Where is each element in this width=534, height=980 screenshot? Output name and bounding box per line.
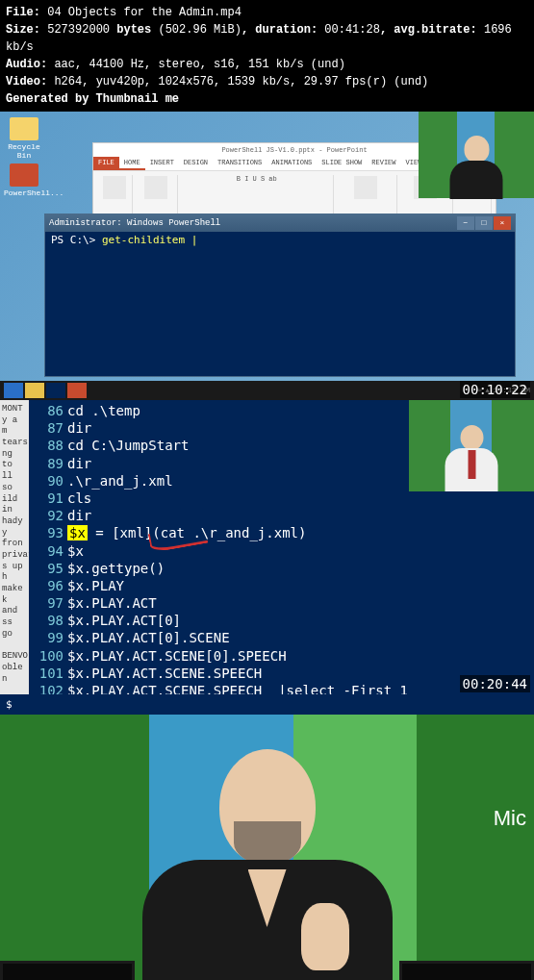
thumbnail-1: Recycle Bin PowerShell... PowerShell JS-… [0,112,534,400]
taskbar-powershell-icon[interactable] [46,383,65,398]
audio-value: aac, 44100 Hz, stereo, s16, 151 kb/s (un… [54,58,344,71]
size-human: (502.96 MiB) [158,23,241,37]
history-line: 95$x.gettype() [33,560,530,577]
minimize-button[interactable]: − [457,216,474,230]
powershell-titlebar[interactable]: Administrator: Windows PowerShell − □ × [45,214,515,232]
file-name: 04 Objects for the Admin.mp4 [47,6,242,19]
powershell-history[interactable]: 86cd .\temp87dir88cd C:\JumpStart89dir90… [29,400,534,694]
taskbar-ie-icon[interactable] [4,383,23,398]
timestamp-1: 00:10:22 [460,381,530,398]
video-value: h264, yuv420p, 1024x576, 1539 kb/s, 29.9… [54,75,428,88]
monitors [0,961,534,980]
history-line: 97$x.PLAY.ACT [33,594,530,612]
tab-home[interactable]: HOME [119,157,145,170]
audio-label: Audio: [6,58,47,71]
history-line: 98$x.PLAY.ACT[0] [33,612,530,629]
duration-value: 00:41:28 [324,23,380,37]
file-label: File: [6,6,40,19]
taskbar-powerpoint-icon[interactable] [67,383,87,398]
speaker-person [133,740,402,980]
generated-by: Generated by Thumbnail me [6,90,528,108]
tab-animations[interactable]: ANIMATIONS [267,157,317,170]
history-line: 93$x = [xml](cat .\r_and_j.xml) [33,524,530,541]
metadata-header: File: 04 Objects for the Admin.mp4 Size:… [0,0,534,112]
taskbar-explorer-icon[interactable] [25,383,44,398]
powershell-shortcut-icon[interactable]: PowerShell... [4,163,44,197]
tab-design[interactable]: DESIGN [179,157,213,170]
tab-review[interactable]: REVIEW [367,157,400,170]
close-button[interactable]: × [494,216,511,230]
duration-label: duration: [255,23,318,37]
timestamp-2: 00:20:44 [460,675,530,692]
microsoft-logo-fragment: Mic [494,806,526,831]
picture-in-picture-speaker-2 [409,400,534,491]
tab-slideshow[interactable]: SLIDE SHOW [317,157,367,170]
ps-command: get-childitem | [102,234,197,246]
history-line: 94$x [33,542,530,560]
history-line: 102$x.PLAY.ACT.SCENE.SPEECH |select -Fir… [33,682,530,694]
history-line: 91cls [33,490,530,507]
size-label: Size: [6,23,40,37]
history-line: 101$x.PLAY.ACT.SCENE.SPEECH [33,665,530,682]
speaker-head [219,749,316,865]
video-label: Video: [6,75,47,88]
history-line: 99$x.PLAY.ACT[0].SCENE [33,629,530,646]
monitor-right [399,961,534,980]
tab-insert[interactable]: INSERT [145,157,179,170]
left-text-column: MONTy a mtearsng toll soild inhadyy fron… [0,400,29,694]
picture-in-picture-speaker [419,112,534,198]
powershell-body[interactable]: PS C:\> get-childitem | [45,232,515,248]
size-bytes: 527392000 [47,23,110,37]
recycle-bin-icon[interactable]: Recycle Bin [4,117,44,160]
powershell-window[interactable]: Administrator: Windows PowerShell − □ × … [44,214,516,377]
thumbnail-2: MONTy a mtearsng toll soild inhadyy fron… [0,400,534,694]
thumbnail-3: Mic 00:3 1:07 [0,715,534,980]
history-line: 96$x.PLAY [33,577,530,594]
history-line: 100$x.PLAY.ACT.SCENE[0].SPEECH [33,647,530,665]
monitor-left [0,961,135,980]
bitrate-label: avg.bitrate: [394,23,476,37]
history-line: 92dir [33,507,530,524]
tab-file[interactable]: FILE [93,157,119,170]
taskbar: ⌨ ▲ 11:33 AM [0,381,534,400]
tab-transitions[interactable]: TRANSITIONS [213,157,267,170]
ps-prompt: PS C:\> [51,234,95,246]
maximize-button[interactable]: □ [475,216,493,230]
ps-prompt-line[interactable]: $ [0,694,534,715]
powershell-window-title: Administrator: Windows PowerShell [49,218,220,228]
